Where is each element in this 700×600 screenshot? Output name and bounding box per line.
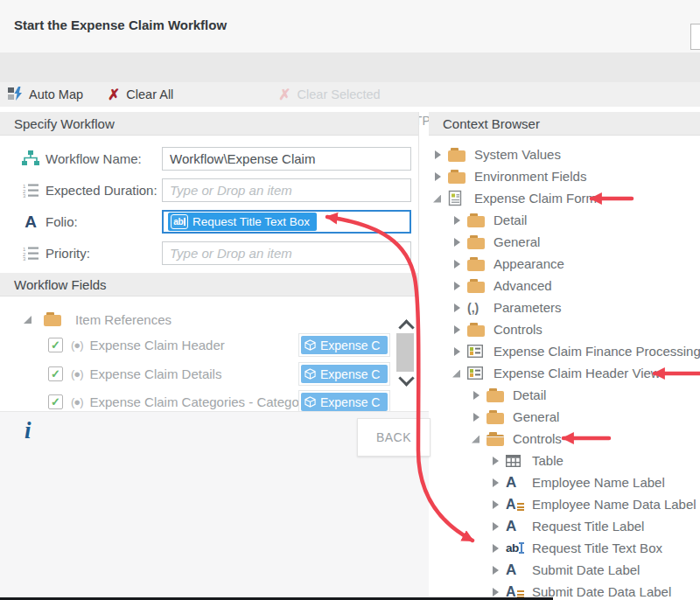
textbox-icon: ab	[506, 540, 527, 557]
expand-toggle-icon[interactable]	[452, 259, 462, 269]
tree-item[interactable]: A Employee Name Data Label	[429, 493, 700, 515]
expand-toggle-icon[interactable]	[452, 324, 462, 335]
workflow-field-row[interactable]: ✓ (●) Expense Claim Header Expense C	[0, 333, 396, 356]
tree-item[interactable]: General	[429, 231, 700, 253]
expand-toggle-icon[interactable]	[23, 314, 33, 324]
smartobject-mapping-tag[interactable]: Expense C	[301, 393, 388, 411]
expand-toggle-icon[interactable]	[490, 456, 500, 466]
tree-item[interactable]: (,) Parameters	[429, 297, 700, 318]
tree-item[interactable]: Expense Claim Header View	[429, 362, 700, 384]
priority-row: 1 2 3 Priority:	[0, 241, 418, 265]
expand-toggle-icon[interactable]	[432, 193, 443, 204]
tree-item-label: Table	[532, 453, 564, 468]
expand-toggle-icon[interactable]	[432, 150, 443, 160]
workflow-name-input[interactable]	[162, 147, 411, 171]
checkbox-checked-icon[interactable]: ✓	[48, 366, 63, 381]
expand-toggle-icon[interactable]	[452, 346, 462, 357]
smartobject-mapping-tag[interactable]: Expense C	[301, 365, 388, 383]
expand-toggle-icon[interactable]	[452, 368, 462, 379]
item-reference-icon: (●)	[71, 367, 83, 380]
clear-selected-icon: ✗	[278, 87, 290, 102]
text-icon: A	[21, 213, 40, 230]
expand-toggle-icon[interactable]	[490, 587, 500, 597]
tree-item[interactable]: Detail	[429, 209, 700, 231]
scrollbar-thumb[interactable]	[396, 333, 414, 372]
tree-item-label: Submit Date Label	[532, 562, 640, 577]
tree-item[interactable]: Table	[429, 450, 700, 471]
tree-item[interactable]: ab Request Title Text Box	[429, 537, 700, 559]
svg-text:3: 3	[23, 256, 26, 261]
partial-dialog-edge	[690, 24, 700, 50]
folder-icon	[467, 212, 488, 229]
workflow-field-row[interactable]: ✓ (●) Expense Claim Categories - Catego …	[0, 390, 396, 413]
form-icon	[448, 190, 469, 207]
clear-all-label: Clear All	[126, 87, 173, 101]
mapping-tag-label: Expense C	[320, 367, 380, 381]
tree-item-label: Controls	[513, 431, 562, 446]
tree-item[interactable]: A Employee Name Label	[429, 471, 700, 493]
workflow-name-row: Workflow Name:	[0, 147, 418, 171]
clear-all-button[interactable]: ✗ Clear All	[108, 87, 173, 102]
folio-label: Folio:	[46, 210, 78, 234]
expand-toggle-icon[interactable]	[471, 434, 481, 444]
expand-toggle-icon[interactable]	[471, 390, 481, 401]
tree-item-label: Employee Name Label	[532, 475, 665, 490]
cube-icon	[304, 339, 316, 351]
view-icon	[467, 365, 488, 382]
mapping-tag-label: Expense C	[320, 395, 380, 409]
auto-map-button[interactable]: Auto Map	[7, 86, 83, 104]
numbered-list-icon: 1 2 3	[21, 181, 40, 199]
tree-item[interactable]: Controls	[429, 428, 700, 450]
folio-mapping-tag[interactable]: ab Request Title Text Box	[168, 213, 317, 231]
expected-duration-input[interactable]	[162, 178, 411, 202]
info-icon: i	[24, 417, 32, 444]
tree-item[interactable]: Environment Fields	[429, 165, 700, 187]
clear-selected-label: Clear Selected	[298, 87, 381, 101]
tree-item[interactable]: Expense Claim Finance Processing Vi	[429, 340, 700, 362]
expand-toggle-icon[interactable]	[490, 543, 500, 554]
mapping-toolbar: Auto Map ✗ Clear All ✗ Clear Selected	[0, 82, 700, 107]
workflow-field-row[interactable]: ✓ (●) Expense Claim Details Expense C	[0, 362, 396, 385]
folder-icon	[448, 168, 469, 185]
table-icon	[506, 452, 527, 470]
folio-input[interactable]: ab Request Title Text Box	[162, 210, 411, 234]
item-reference-icon: (●)	[71, 395, 83, 408]
folder-icon	[486, 408, 508, 426]
checkbox-checked-icon[interactable]: ✓	[48, 338, 63, 352]
tree-item[interactable]: General	[429, 406, 700, 428]
tree-item-label: Appearance	[494, 256, 564, 271]
tree-item[interactable]: Expense Claim Form	[429, 187, 700, 209]
tree-item[interactable]: Detail	[429, 384, 700, 406]
priority-label: Priority:	[46, 241, 90, 265]
expand-toggle-icon[interactable]	[452, 303, 462, 313]
expand-toggle-icon[interactable]	[490, 478, 500, 488]
expand-toggle-icon[interactable]	[471, 412, 481, 422]
expand-toggle-icon[interactable]	[490, 521, 500, 532]
tree-item[interactable]: A Request Title Label	[429, 515, 700, 537]
parameters-icon: (,)	[467, 299, 488, 317]
expand-toggle-icon[interactable]	[452, 237, 462, 248]
view-icon	[467, 343, 488, 360]
scroll-down-icon[interactable]	[398, 370, 414, 386]
tree-item-label: Request Title Label	[532, 519, 644, 534]
tree-item[interactable]: Appearance	[429, 253, 700, 275]
folio-tag-label: Request Title Text Box	[192, 215, 310, 228]
folio-row: A Folio: ab Request Title Text Box	[0, 210, 418, 234]
smartobject-mapping-tag[interactable]: Expense C	[301, 336, 388, 354]
tree-item[interactable]: System Values	[429, 143, 700, 165]
folder-icon	[467, 255, 488, 273]
tree-item[interactable]: Controls	[429, 318, 700, 340]
tree-item[interactable]: A Submit Date Label	[429, 559, 700, 581]
expand-toggle-icon[interactable]	[490, 499, 500, 510]
checkbox-checked-icon[interactable]: ✓	[48, 394, 63, 409]
expand-toggle-icon[interactable]	[452, 215, 462, 226]
tree-item[interactable]: Advanced	[429, 275, 700, 297]
tree-item-references[interactable]: Item References	[0, 308, 396, 331]
expand-toggle-icon[interactable]	[432, 171, 443, 182]
back-button[interactable]: BACK	[357, 418, 430, 457]
expand-toggle-icon[interactable]	[490, 565, 500, 576]
svg-text:3: 3	[23, 193, 26, 198]
expand-toggle-icon[interactable]	[452, 281, 462, 291]
folder-icon	[448, 146, 469, 164]
priority-input[interactable]	[162, 241, 411, 265]
